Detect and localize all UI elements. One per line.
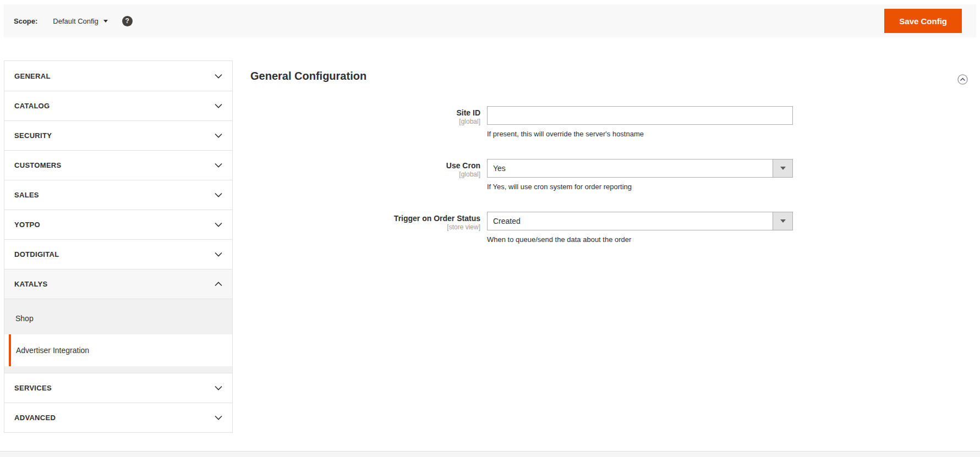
field-label: Use Cron xyxy=(250,161,480,170)
sidebar-subitem-shop[interactable]: Shop xyxy=(4,302,232,334)
sidebar-item-dotdigital[interactable]: DOTDIGITAL xyxy=(4,239,232,269)
chevron-down-icon xyxy=(215,103,222,108)
chevron-down-icon xyxy=(103,20,108,23)
field-note: If present, this will override the serve… xyxy=(487,130,793,139)
use-cron-select[interactable]: Yes xyxy=(487,159,793,178)
scope-bar: Scope: Default Config ? Save Config xyxy=(4,4,976,37)
select-arrow-icon xyxy=(773,159,792,177)
section-title: General Configuration xyxy=(250,69,968,82)
field-label: Trigger on Order Status xyxy=(250,214,480,223)
sidebar-item-sales[interactable]: SALES xyxy=(4,180,232,210)
scope-value: Default Config xyxy=(53,17,98,25)
sidebar-item-general[interactable]: GENERAL xyxy=(4,61,232,91)
chevron-down-icon xyxy=(215,192,222,197)
chevron-down-icon xyxy=(215,163,222,168)
sidebar-item-yotpo[interactable]: YOTPO xyxy=(4,210,232,239)
chevron-down-icon xyxy=(215,222,222,227)
scope-label: Scope: xyxy=(14,17,37,25)
trigger-on-order-status-select[interactable]: Created xyxy=(487,212,793,230)
sidebar-item-catalog[interactable]: CATALOG xyxy=(4,91,232,120)
chevron-down-icon xyxy=(215,252,222,257)
save-config-button[interactable]: Save Config xyxy=(884,9,962,33)
field-row-trigger-on-order-status: Trigger on Order Status [store view] Cre… xyxy=(250,212,968,244)
field-note: When to queue/send the data about the or… xyxy=(487,235,793,244)
field-note: If Yes, will use cron system for order r… xyxy=(487,183,793,191)
collapse-section-icon[interactable] xyxy=(957,74,968,85)
sidebar-item-advanced[interactable]: ADVANCED xyxy=(4,403,232,432)
select-arrow-icon xyxy=(773,212,792,230)
chevron-down-icon xyxy=(215,386,222,390)
field-scope: [global] xyxy=(250,170,480,179)
field-row-site-id: Site ID [global] If present, this will o… xyxy=(250,106,968,139)
field-row-use-cron: Use Cron [global] Yes If Yes, will use c… xyxy=(250,159,968,191)
footer-bar xyxy=(0,451,980,457)
site-id-input[interactable] xyxy=(487,106,793,125)
sidebar-item-katalys[interactable]: KATALYS xyxy=(4,269,232,299)
katalys-submenu: Shop Advertiser Integration xyxy=(4,299,232,373)
sidebar-item-security[interactable]: SECURITY xyxy=(4,120,232,150)
sidebar-subitem-advertiser-integration[interactable]: Advertiser Integration xyxy=(4,334,232,366)
field-scope: [store view] xyxy=(250,223,480,232)
field-label: Site ID xyxy=(250,108,480,118)
chevron-down-icon xyxy=(215,133,222,138)
sidebar-item-services[interactable]: SERVICES xyxy=(4,373,232,403)
scope-switcher[interactable]: Default Config xyxy=(53,17,107,25)
config-nav-sidebar: GENERAL CATALOG SECURITY CUSTOMERS SALES… xyxy=(4,60,233,433)
config-panel: General Configuration Site ID [global] I… xyxy=(250,60,968,265)
chevron-down-icon xyxy=(215,74,222,79)
sidebar-item-customers[interactable]: CUSTOMERS xyxy=(4,150,232,180)
chevron-down-icon xyxy=(215,415,222,420)
chevron-up-icon xyxy=(215,282,222,287)
field-scope: [global] xyxy=(250,118,480,126)
help-icon[interactable]: ? xyxy=(122,16,133,26)
